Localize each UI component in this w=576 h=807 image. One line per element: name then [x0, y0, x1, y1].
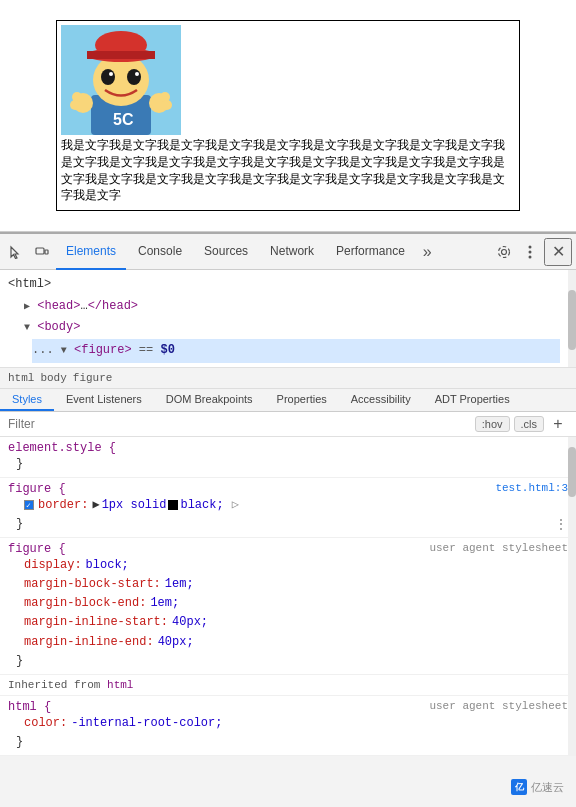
css-selector-html: html {	[8, 700, 51, 714]
filter-input[interactable]	[8, 417, 475, 431]
dom-head-row[interactable]: ▶ <head>…</head>	[8, 296, 568, 318]
tab-console[interactable]: Console	[128, 234, 192, 270]
breadcrumb-body[interactable]: body	[40, 372, 66, 384]
css-prop-mis: margin-inline-start: 40px;	[8, 613, 568, 632]
css-selector-element-style: element.style {	[8, 441, 116, 455]
css-prop-arrow: ▶	[92, 496, 99, 515]
tab-elements[interactable]: Elements	[56, 234, 126, 270]
css-prop-name-border: border:	[38, 496, 88, 515]
css-rule-html: html { user agent stylesheet color: -int…	[0, 696, 576, 756]
css-prop-name-mis: margin-inline-start:	[24, 613, 168, 632]
cls-badge[interactable]: .cls	[514, 416, 545, 432]
add-style-button[interactable]: +	[548, 414, 568, 434]
css-closing-brace-1: }	[8, 455, 568, 473]
breadcrumb-html[interactable]: html	[8, 372, 34, 384]
css-prop-name-display: display:	[24, 556, 82, 575]
svg-rect-6	[87, 51, 155, 59]
css-overflow-menu[interactable]: ⋮	[554, 516, 568, 533]
svg-point-7	[101, 69, 115, 85]
css-prop-name-color: color:	[24, 714, 67, 733]
devtools-panel: Elements Console Sources Network Perform…	[0, 232, 576, 807]
figure-image: 5C	[61, 25, 181, 135]
css-prop-value-mbs: 1em;	[165, 575, 194, 594]
css-prop-value-mis: 40px;	[172, 613, 208, 632]
css-checkbox-border[interactable]	[24, 500, 34, 510]
svg-point-16	[162, 100, 172, 110]
dom-scrollbar[interactable]	[568, 270, 576, 366]
css-closing-brace-2: }	[8, 515, 568, 533]
css-prop-value-mbe: 1em;	[150, 594, 179, 613]
css-closing-brace-3: }	[8, 652, 568, 670]
figure-svg: 5C	[61, 25, 181, 135]
dom-tree: <html> ▶ <head>…</head> ▼ <body> ... ▼ <…	[0, 270, 576, 367]
css-prop-name-mie: margin-inline-end:	[24, 633, 154, 652]
dom-body-row[interactable]: ▼ <body>	[8, 317, 568, 339]
subtab-properties[interactable]: Properties	[265, 389, 339, 411]
css-prop-mbe: margin-block-end: 1em;	[8, 594, 568, 613]
subtab-accessibility[interactable]: Accessibility	[339, 389, 423, 411]
css-rule-figure-1: figure { test.html:3 border: ▶ 1px solid…	[0, 478, 576, 538]
tab-network[interactable]: Network	[260, 234, 324, 270]
device-toggle-button[interactable]	[30, 240, 54, 264]
css-prop-name-mbe: margin-block-end:	[24, 594, 146, 613]
css-prop-display: display: block;	[8, 556, 568, 575]
css-prop-mbs: margin-block-start: 1em;	[8, 575, 568, 594]
css-prop-value-color: -internal-root-color;	[71, 714, 222, 733]
svg-point-21	[529, 245, 532, 248]
css-source-link[interactable]: test.html:3	[495, 482, 568, 494]
css-rule-element-style: element.style { }	[0, 437, 576, 478]
dom-html-row: <html>	[8, 274, 568, 296]
subtabs: Styles Event Listeners DOM Breakpoints P…	[0, 389, 576, 412]
css-prop-value-display: block;	[86, 556, 129, 575]
more-tabs-button[interactable]: »	[417, 234, 438, 270]
svg-point-9	[109, 72, 113, 76]
css-prop-name-mbs: margin-block-start:	[24, 575, 161, 594]
watermark: 亿 亿速云	[511, 779, 564, 795]
css-prop-color: color: -internal-root-color;	[8, 714, 568, 733]
settings-button[interactable]	[492, 240, 516, 264]
subtab-adt-properties[interactable]: ADT Properties	[423, 389, 522, 411]
figure-caption: 我是文字我是文字我是文字我是文字我是文字我是文字我是文字我是文字我是文字我是文字…	[61, 135, 515, 206]
css-prop-mie: margin-inline-end: 40px;	[8, 633, 568, 652]
css-panel-scrollbar[interactable]	[568, 437, 576, 756]
css-prop-value-mie: 40px;	[158, 633, 194, 652]
subtab-styles[interactable]: Styles	[0, 389, 54, 411]
svg-point-8	[127, 69, 141, 85]
watermark-logo: 亿	[511, 779, 527, 795]
subtab-event-listeners[interactable]: Event Listeners	[54, 389, 154, 411]
css-selector-figure-1: figure {	[8, 482, 66, 496]
subtab-dom-breakpoints[interactable]: DOM Breakpoints	[154, 389, 265, 411]
tab-sources[interactable]: Sources	[194, 234, 258, 270]
breadcrumb-figure[interactable]: figure	[73, 372, 113, 384]
tab-performance[interactable]: Performance	[326, 234, 415, 270]
svg-rect-18	[45, 250, 48, 254]
svg-point-23	[529, 255, 532, 258]
css-prop-border: border: ▶ 1px solid black; ▷	[8, 496, 568, 515]
inspect-element-button[interactable]	[4, 240, 28, 264]
close-devtools-button[interactable]: ✕	[544, 238, 572, 266]
watermark-text: 亿速云	[531, 780, 564, 795]
css-user-agent-label-2: user agent stylesheet	[429, 700, 568, 712]
css-prop-value-border-color: black;	[180, 496, 223, 515]
breadcrumb: html body figure	[0, 368, 576, 389]
dom-figure-row[interactable]: ... ▼ <figure> == $0	[8, 339, 568, 363]
css-selector-figure-2: figure {	[8, 542, 66, 556]
cursor-indicator: ▷	[232, 496, 239, 515]
browser-viewport: 5C	[0, 0, 576, 232]
svg-rect-17	[36, 248, 44, 254]
css-color-swatch-border[interactable]	[168, 500, 178, 510]
css-panel: element.style { } figure { test.html:3 b…	[0, 437, 576, 756]
css-closing-brace-4: }	[8, 733, 568, 751]
devtools-toolbar: Elements Console Sources Network Perform…	[0, 234, 576, 270]
css-user-agent-label: user agent stylesheet	[429, 542, 568, 554]
figure-element: 5C	[56, 20, 520, 211]
filter-badges: :hov .cls +	[475, 414, 568, 434]
svg-point-22	[529, 250, 532, 253]
css-prop-value-border-size: 1px solid	[102, 496, 167, 515]
filter-bar: :hov .cls +	[0, 412, 576, 437]
more-options-button[interactable]	[518, 240, 542, 264]
svg-point-20	[499, 246, 510, 257]
svg-point-19	[502, 249, 507, 254]
hov-badge[interactable]: :hov	[475, 416, 510, 432]
inherited-tag: html	[107, 679, 133, 691]
